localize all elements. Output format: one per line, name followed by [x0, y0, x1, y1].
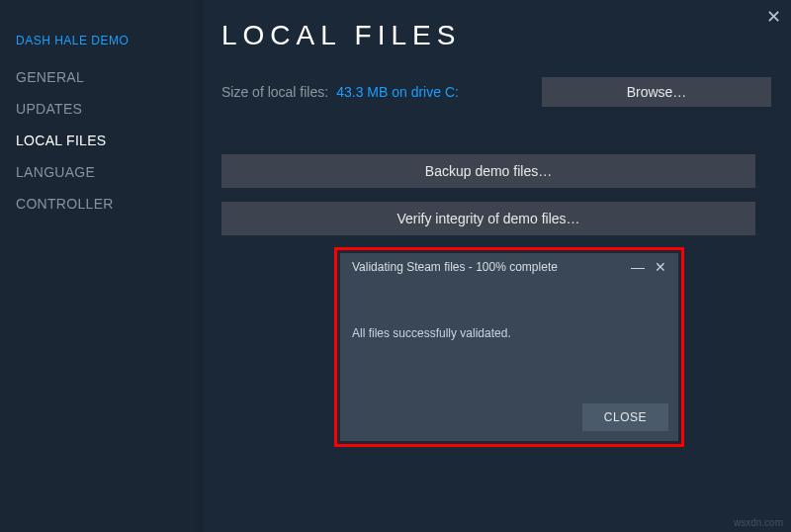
page-title: LOCAL FILES [221, 20, 771, 51]
sidebar: DASH HALE DEMO GENERAL UPDATES LOCAL FIL… [0, 0, 203, 532]
dialog-highlight-outline: Validating Steam files - 100% complete —… [334, 247, 684, 447]
watermark: wsxdn.com [734, 517, 783, 528]
sidebar-item-updates[interactable]: UPDATES [16, 101, 203, 117]
size-row: Size of local files: 43.3 MB on drive C:… [221, 77, 771, 107]
browse-button[interactable]: Browse… [542, 77, 771, 107]
verify-button[interactable]: Verify integrity of demo files… [221, 202, 755, 235]
dialog-titlebar: Validating Steam files - 100% complete —… [340, 253, 678, 279]
breadcrumb-game-title[interactable]: DASH HALE DEMO [16, 34, 203, 47]
sidebar-item-general[interactable]: GENERAL [16, 69, 203, 85]
validation-dialog: Validating Steam files - 100% complete —… [340, 253, 678, 441]
main-panel: LOCAL FILES Size of local files: 43.3 MB… [218, 0, 791, 249]
size-label: Size of local files: [221, 84, 328, 100]
size-value-link[interactable]: 43.3 MB on drive C: [336, 84, 459, 100]
dialog-title-text: Validating Steam files - 100% complete [352, 260, 558, 274]
dialog-close-button[interactable]: CLOSE [582, 403, 668, 431]
sidebar-item-controller[interactable]: CONTROLLER [16, 196, 203, 212]
dialog-body-text: All files successfully validated. [340, 279, 678, 396]
backup-button[interactable]: Backup demo files… [221, 154, 755, 188]
sidebar-item-local-files[interactable]: LOCAL FILES [16, 133, 203, 148]
dialog-minimize-icon[interactable]: — [625, 259, 651, 275]
dialog-footer: CLOSE [340, 396, 678, 441]
sidebar-item-language[interactable]: LANGUAGE [16, 164, 203, 180]
dialog-close-icon[interactable]: ✕ [651, 259, 670, 275]
